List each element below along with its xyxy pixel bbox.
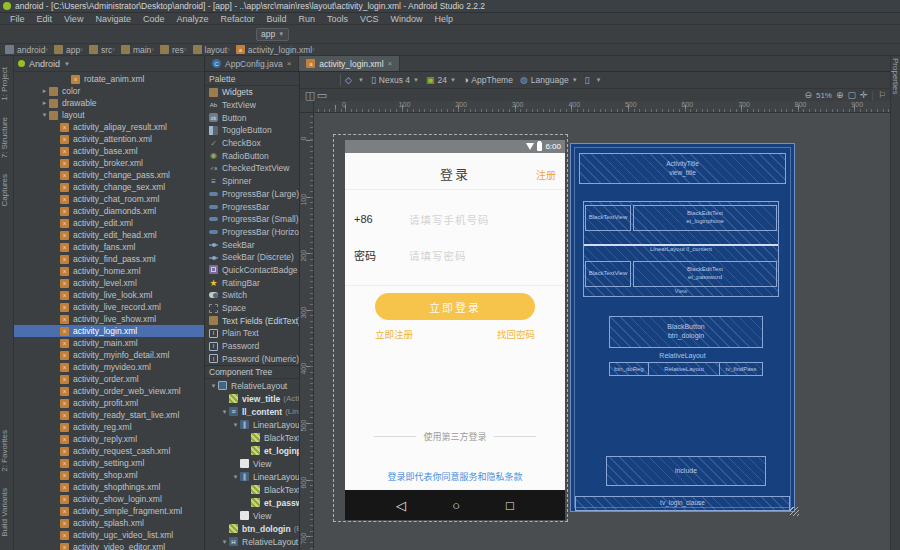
breadcrumb-item[interactable]: activity_login.xml ›	[236, 45, 318, 55]
menu-item[interactable]: Build	[260, 14, 292, 24]
palette-item[interactable]: QuickContactBadge	[205, 264, 299, 277]
component-tree-item[interactable]: et_loginphone	[205, 444, 299, 457]
phone-prefix-label[interactable]: +86	[345, 213, 409, 225]
surface-mode-icon[interactable]	[304, 73, 320, 88]
project-tree-item[interactable]: activity_ugc_video_list.xml	[14, 529, 204, 541]
tool-window-button[interactable]: 1: Project	[0, 67, 9, 101]
toolbar-icon[interactable]	[388, 27, 407, 42]
blueprint-btn-doreg[interactable]: btn_doReg	[609, 362, 649, 376]
project-tree-item[interactable]: ▾ layout	[14, 109, 204, 121]
breadcrumb-item[interactable]: app ›	[54, 45, 86, 55]
tool-window-button[interactable]: 2: Favorites	[0, 430, 9, 472]
toolbar-icon[interactable]	[312, 27, 331, 42]
project-view-selector[interactable]: Android	[29, 59, 60, 69]
password-label[interactable]: 密码	[345, 247, 409, 263]
palette-item[interactable]: Space	[205, 302, 299, 315]
toolbar-icon[interactable]	[195, 27, 214, 42]
find-password-link[interactable]: 找回密码	[497, 327, 535, 341]
palette-item[interactable]: TextView	[205, 99, 299, 112]
blueprint-include[interactable]: include	[606, 456, 766, 486]
blueprint-relativelayout[interactable]: RelativeLayout	[649, 362, 719, 376]
toolbar-icon[interactable]	[502, 27, 521, 42]
project-tree-item[interactable]: ▸ color	[14, 85, 204, 97]
theme-selector[interactable]: ◑ AppTheme	[463, 75, 513, 85]
toolbar-icon[interactable]	[426, 27, 445, 42]
toolbar-icon[interactable]	[407, 27, 426, 42]
toolbar-icon[interactable]	[214, 27, 233, 42]
project-tree-item[interactable]: activity_splash.xml	[14, 517, 204, 529]
project-tree-item[interactable]: activity_show_login.xml	[14, 493, 204, 505]
pan-icon[interactable]: ✛	[860, 90, 868, 100]
password-input-placeholder[interactable]: 请填写密码	[409, 248, 467, 263]
component-tree-item[interactable]: ▾ ll_content (LinearLayout)	[205, 405, 299, 418]
toolbar-icon[interactable]	[5, 27, 24, 42]
palette-item[interactable]: Spinner	[205, 175, 299, 188]
menu-item[interactable]: Tools	[321, 14, 354, 24]
blueprint-tv-findpass[interactable]: tv_findPass	[719, 362, 763, 376]
palette-item[interactable]: Password (Numeric)	[205, 352, 299, 365]
palette-item[interactable]: SeekBar	[205, 238, 299, 251]
menu-item[interactable]: File	[4, 14, 31, 24]
project-tree-item[interactable]: activity_chat_room.xml	[14, 193, 204, 205]
login-button[interactable]: 立即登录	[375, 293, 535, 320]
palette-item[interactable]: SeekBar (Discrete)	[205, 251, 299, 264]
home-icon[interactable]: ○	[452, 498, 460, 513]
palette-item[interactable]: ProgressBar	[205, 200, 299, 213]
component-tree-item[interactable]: ▾ RelativeLayout	[205, 535, 299, 548]
project-tree-item[interactable]: activity_setting.xml	[14, 457, 204, 469]
palette-item[interactable]: CheckBox	[205, 137, 299, 150]
target-device-selector[interactable]: ▯ ▼	[585, 75, 602, 85]
component-tree-item[interactable]: ▾ LinearLayout (horizontal)	[205, 470, 299, 483]
recents-icon[interactable]: □	[506, 498, 514, 513]
project-tree-item[interactable]: activity_request_cash.xml	[14, 445, 204, 457]
project-tree-item[interactable]: activity_change_sex.xml	[14, 181, 204, 193]
blueprint-tv-login-clause[interactable]: tv_login_clause	[575, 496, 790, 511]
editor-tab[interactable]: AppConfig.java ×	[205, 56, 299, 71]
palette-item[interactable]: Button	[205, 111, 299, 124]
menu-item[interactable]: Edit	[31, 14, 59, 24]
toolbar-icon[interactable]	[43, 27, 62, 42]
breadcrumb-item[interactable]: res ›	[160, 45, 189, 55]
expand-arrow[interactable]: ▸	[40, 87, 49, 95]
project-tree-item[interactable]: activity_profit.xml	[14, 397, 204, 409]
expand-arrow[interactable]: ▾	[40, 111, 49, 119]
palette-item[interactable]: Widgets	[205, 86, 299, 99]
toolbar-icon[interactable]	[24, 27, 43, 42]
resize-handle[interactable]	[790, 507, 799, 516]
phone-input-placeholder[interactable]: 请填写手机号码	[409, 212, 490, 227]
project-tree-item[interactable]: rotate_anim.xml	[14, 73, 204, 85]
project-tree-item[interactable]: activity_shop.xml	[14, 469, 204, 481]
component-tree-item[interactable]: View	[205, 509, 299, 522]
project-tree-item[interactable]: activity_find_pass.xml	[14, 253, 204, 265]
project-tree-item[interactable]: activity_simple_fragment.xml	[14, 505, 204, 517]
project-tree-item[interactable]: activity_edit.xml	[14, 217, 204, 229]
expand-arrow[interactable]: ▾	[220, 538, 229, 546]
blueprint-blacktextview[interactable]: BlackTextView	[585, 261, 631, 287]
zoom-fit-icon[interactable]: ▢	[848, 90, 857, 100]
menu-item[interactable]: Navigate	[89, 14, 137, 24]
notifications-icon[interactable]: ⚐	[878, 90, 886, 100]
palette-item[interactable]: ProgressBar (Small)	[205, 213, 299, 226]
project-tree-item[interactable]: activity_myvideo.xml	[14, 361, 204, 373]
screen-title[interactable]: 登录	[345, 164, 565, 183]
menu-item[interactable]: Analyze	[170, 14, 214, 24]
phone-number-row[interactable]: +86 请填写手机号码	[345, 206, 565, 232]
menu-item[interactable]: Help	[429, 14, 460, 24]
zoom-out-icon[interactable]: ⊖	[804, 90, 812, 100]
blueprint-et-loginphone[interactable]: BlackEditText et_loginphone	[633, 205, 777, 231]
toolbar-icon[interactable]	[233, 27, 252, 42]
component-tree-item[interactable]: BlackTextView	[205, 431, 299, 444]
palette-item[interactable]: RadioButton	[205, 149, 299, 162]
project-tree-item[interactable]: activity_home.xml	[14, 265, 204, 277]
tool-window-button[interactable]: Properties	[891, 58, 900, 94]
orientation-selector[interactable]: ◇ ▼	[345, 75, 364, 85]
project-tree-item[interactable]: activity_fans.xml	[14, 241, 204, 253]
agreement-text[interactable]: 登录即代表你同意服务和隐私条款	[345, 470, 565, 483]
blueprint-et-password[interactable]: BlackEditText et_password	[633, 261, 777, 287]
tool-window-button[interactable]: Build Variants	[0, 488, 9, 537]
toolbar-icon[interactable]	[119, 27, 138, 42]
expand-arrow[interactable]: ▾	[220, 408, 229, 416]
menu-item[interactable]: VCS	[354, 14, 385, 24]
blueprint-blacktextview[interactable]: BlackTextView	[585, 205, 631, 231]
toolbar-icon[interactable]	[62, 27, 81, 42]
